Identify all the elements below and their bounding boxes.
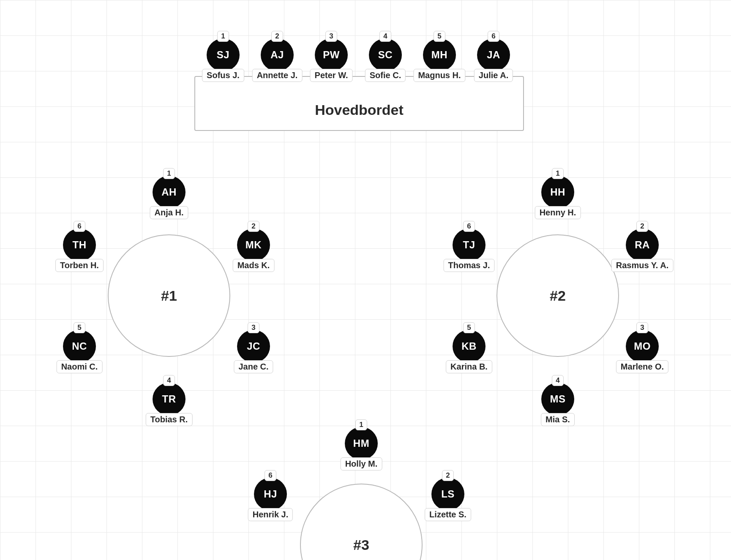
seat-initials: MO — [626, 330, 659, 363]
seat[interactable]: 2 RA Rasmus Y. A. — [626, 228, 659, 261]
head-table[interactable]: Hovedbordet — [194, 76, 524, 131]
seat-initials: HH — [541, 176, 574, 209]
seat-name-chip: Sofus J. — [202, 69, 244, 82]
seat-initials: MS — [541, 383, 574, 416]
seat[interactable]: 3 PW Peter W. — [315, 38, 348, 71]
seat-name-chip: Annette J. — [252, 69, 303, 82]
seat[interactable]: 5 NC Naomi C. — [63, 330, 96, 363]
seat[interactable]: 6 HJ Henrik J. — [254, 478, 287, 511]
seat[interactable]: 1 SJ Sofus J. — [207, 38, 240, 71]
seat-initials: SC — [369, 38, 402, 71]
seat-name-chip: Mads K. — [233, 259, 275, 272]
seat-name-chip: Thomas J. — [444, 259, 495, 272]
seat-name-chip: Magnus H. — [413, 69, 465, 82]
seat[interactable]: 6 JA Julie A. — [477, 38, 510, 71]
seat-initials: JC — [237, 330, 270, 363]
seat-name-chip: Henny H. — [535, 206, 581, 219]
seat-name-chip: Henrik J. — [248, 508, 293, 521]
seat-initials: NC — [63, 330, 96, 363]
seat-name-chip: Holly M. — [341, 457, 382, 470]
seat[interactable]: 6 TJ Thomas J. — [453, 228, 486, 261]
seat[interactable]: 2 MK Mads K. — [237, 228, 270, 261]
seat-initials: SJ — [207, 38, 240, 71]
seat-initials: AH — [153, 176, 185, 209]
round-table[interactable]: #2 — [496, 234, 619, 357]
seat-name-chip: Torben H. — [55, 259, 104, 272]
seat-initials: MH — [423, 38, 456, 71]
seat[interactable]: 4 TR Tobias R. — [153, 383, 185, 416]
seat[interactable]: 3 JC Jane C. — [237, 330, 270, 363]
head-table-label: Hovedbordet — [195, 102, 523, 118]
seat[interactable]: 4 MS Mia S. — [541, 383, 574, 416]
seat-initials: HJ — [254, 478, 287, 511]
round-table-label: #3 — [301, 484, 422, 560]
seat-name-chip: Julie A. — [474, 69, 513, 82]
seat-initials: JA — [477, 38, 510, 71]
seat[interactable]: 6 TH Torben H. — [63, 228, 96, 261]
seat-name-chip: Anja H. — [150, 206, 188, 219]
seat-name-chip: Peter W. — [310, 69, 353, 82]
seat-name-chip: Naomi C. — [57, 360, 103, 373]
seat-name-chip: Karina B. — [446, 360, 492, 373]
seat-name-chip: Marlene O. — [616, 360, 668, 373]
seat-initials: TH — [63, 228, 96, 261]
seat[interactable]: 4 SC Sofie C. — [369, 38, 402, 71]
seat-name-chip: Rasmus Y. A. — [611, 259, 674, 272]
seat-initials: AJ — [261, 38, 294, 71]
round-table[interactable]: #1 — [108, 234, 230, 357]
seat-name-chip: Tobias R. — [146, 413, 193, 426]
seat[interactable]: 1 AH Anja H. — [153, 176, 185, 209]
seat[interactable]: 2 LS Lizette S. — [431, 478, 464, 511]
round-table-label: #2 — [497, 235, 618, 356]
seat-initials: TJ — [453, 228, 486, 261]
seat-initials: TR — [153, 383, 185, 416]
seating-canvas[interactable]: Hovedbordet 1 SJ Sofus J. 2 AJ Annette J… — [0, 0, 731, 560]
seat[interactable]: 5 KB Karina B. — [453, 330, 486, 363]
seat-name-chip: Jane C. — [234, 360, 273, 373]
seat[interactable]: 1 HM Holly M. — [345, 427, 378, 460]
seat-name-chip: Sofie C. — [365, 69, 406, 82]
round-table-label: #1 — [109, 235, 229, 356]
seat-initials: RA — [626, 228, 659, 261]
seat-name-chip: Lizette S. — [425, 508, 471, 521]
seat-initials: PW — [315, 38, 348, 71]
seat-name-chip: Mia S. — [541, 413, 575, 426]
seat-initials: MK — [237, 228, 270, 261]
seat[interactable]: 1 HH Henny H. — [541, 176, 574, 209]
seat[interactable]: 2 AJ Annette J. — [261, 38, 294, 71]
round-table[interactable]: #3 — [300, 484, 423, 560]
seat-initials: LS — [431, 478, 464, 511]
seat-initials: HM — [345, 427, 378, 460]
seat-initials: KB — [453, 330, 486, 363]
seat[interactable]: 3 MO Marlene O. — [626, 330, 659, 363]
seat[interactable]: 5 MH Magnus H. — [423, 38, 456, 71]
